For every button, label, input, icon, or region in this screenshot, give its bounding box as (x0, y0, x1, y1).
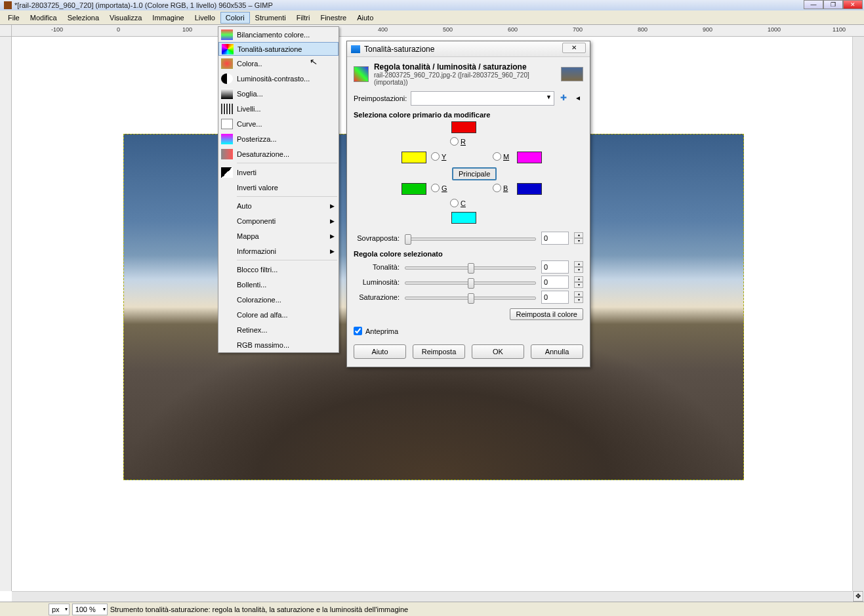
dialog-header: Regola tonalità / luminosità / saturazio… (354, 62, 583, 86)
menu-brightness-contrast[interactable]: Luminosità-contrasto... (218, 71, 339, 86)
overlap-slider[interactable] (405, 233, 536, 243)
menu-info[interactable]: Informazioni▶ (218, 243, 339, 258)
menu-retinex[interactable]: Retinex... (218, 322, 339, 337)
menu-invert-value[interactable]: Inverti valore (218, 180, 339, 195)
swatch-magenta[interactable] (517, 152, 542, 163)
menu-colors[interactable]: Colori (220, 12, 250, 24)
spindown-icon[interactable]: ▾ (574, 297, 583, 303)
menu-select[interactable]: Seleziona (62, 12, 104, 24)
menu-posterize[interactable]: Posterizza... (218, 131, 339, 146)
menu-auto[interactable]: Auto▶ (218, 198, 339, 213)
hue-slider[interactable] (405, 262, 536, 272)
radio-c[interactable]: C (450, 199, 466, 207)
dialog-titlebar[interactable]: Tonalità-saturazione ✕ (347, 41, 590, 57)
menu-curves[interactable]: Curve... (218, 116, 339, 131)
radio-r[interactable]: R (450, 137, 466, 146)
swatch-green[interactable] (401, 183, 426, 195)
menu-levels[interactable]: Livelli... (218, 101, 339, 116)
swatch-red[interactable] (451, 121, 476, 133)
menu-hot[interactable]: Bollenti... (218, 277, 339, 292)
ruler-horizontal: -100 0 100 200 300 400 500 600 700 800 9… (0, 25, 864, 37)
minimize-button[interactable]: — (804, 0, 823, 9)
desaturate-icon (221, 149, 233, 159)
menu-help[interactable]: Aiuto (352, 12, 379, 24)
menu-filters[interactable]: Filtri (291, 12, 316, 24)
menu-color-to-alpha[interactable]: Colore ad alfa... (218, 307, 339, 322)
main-button[interactable]: Principale (452, 167, 497, 180)
scrollbar-vertical[interactable] (852, 37, 864, 591)
menu-colorize[interactable]: Colora.. (218, 56, 339, 71)
spindown-icon[interactable]: ▾ (574, 238, 583, 244)
spindown-icon[interactable]: ▾ (574, 282, 583, 288)
submenu-arrow-icon: ▶ (330, 233, 335, 239)
menu-hue-saturation[interactable]: Tonalità-saturazione (218, 42, 339, 56)
blank-icon (221, 340, 233, 350)
reset-color-button[interactable]: Reimposta il colore (510, 308, 583, 320)
menu-map[interactable]: Mappa▶ (218, 228, 339, 243)
hue-sat-icon (222, 44, 234, 54)
menu-coloration[interactable]: Colorazione... (218, 292, 339, 307)
hue-value[interactable]: 0 (541, 260, 569, 274)
dialog-header-subtitle: rail-2803725_960_720.jpg-2 ([rail-280372… (374, 72, 556, 86)
menu-rgb-max[interactable]: RGB massimo... (218, 337, 339, 352)
swatch-cyan[interactable] (451, 212, 476, 224)
cancel-button[interactable]: Annulla (531, 344, 583, 359)
menu-filter-block[interactable]: Blocco filtri... (218, 262, 339, 277)
spinup-icon[interactable]: ▴ (574, 291, 583, 297)
saturation-slider[interactable] (405, 292, 536, 302)
saturation-value[interactable]: 0 (541, 291, 569, 304)
blank-icon (221, 246, 233, 257)
ok-button[interactable]: OK (472, 344, 524, 359)
dialog-close-button[interactable]: ✕ (562, 43, 586, 53)
nav-preview-icon[interactable]: ✥ (853, 591, 863, 602)
spinup-icon[interactable]: ▴ (574, 276, 583, 282)
radio-b[interactable]: B (493, 184, 508, 192)
dialog-header-title: Regola tonalità / luminosità / saturazio… (374, 62, 556, 72)
close-button[interactable]: ✕ (843, 0, 863, 9)
menu-image[interactable]: Immagine (147, 12, 189, 24)
status-unit-select[interactable]: px (49, 604, 70, 615)
swatch-blue[interactable] (517, 183, 542, 195)
preview-checkbox[interactable] (354, 327, 362, 335)
status-zoom-select[interactable]: 100 % (72, 604, 108, 615)
radio-m[interactable]: M (493, 152, 509, 161)
spindown-icon[interactable]: ▾ (574, 267, 583, 273)
help-button[interactable]: Aiuto (354, 344, 406, 359)
submenu-arrow-icon: ▶ (330, 218, 335, 224)
menu-windows[interactable]: Finestre (315, 12, 352, 24)
app-icon (4, 1, 12, 9)
submenu-arrow-icon: ▶ (330, 248, 335, 255)
primary-color-grid: R Y M Principale G B C (354, 121, 583, 230)
ruler-corner (0, 25, 12, 37)
menu-view[interactable]: Visualizza (104, 12, 147, 24)
spinup-icon[interactable]: ▴ (574, 261, 583, 267)
menu-color-balance[interactable]: Bilanciamento colore... (218, 27, 339, 42)
reset-button[interactable]: Reimposta (413, 344, 465, 359)
submenu-arrow-icon: ▶ (330, 203, 335, 209)
levels-icon (221, 104, 233, 114)
lightness-slider[interactable] (405, 277, 536, 287)
blank-icon (221, 279, 233, 290)
lightness-value[interactable]: 0 (541, 276, 569, 289)
presets-select[interactable]: ▼ (411, 91, 554, 106)
lightness-label: Luminosità: (354, 278, 400, 286)
overlap-value[interactable]: 0 (541, 232, 569, 245)
maximize-button[interactable]: ❐ (823, 0, 843, 9)
menu-desaturate[interactable]: Desaturazione... (218, 146, 339, 161)
swatch-yellow[interactable] (401, 152, 426, 163)
menu-invert[interactable]: Inverti (218, 165, 339, 180)
menu-tools[interactable]: Strumenti (250, 12, 291, 24)
menu-file[interactable]: File (3, 12, 25, 24)
preset-menu-button[interactable]: ◂ (573, 93, 583, 104)
menu-edit[interactable]: Modifica (25, 12, 62, 24)
menu-threshold[interactable]: Soglia... (218, 86, 339, 101)
menu-components[interactable]: Componenti▶ (218, 213, 339, 228)
add-preset-button[interactable]: ✚ (558, 93, 569, 104)
radio-y[interactable]: Y (431, 152, 446, 161)
scrollbar-horizontal[interactable] (12, 591, 852, 602)
radio-g[interactable]: G (431, 184, 447, 192)
ruler-vertical (0, 37, 12, 591)
window-titlebar: *[rail-2803725_960_720] (importata)-1.0 … (0, 0, 864, 10)
menu-layer[interactable]: Livello (190, 12, 220, 24)
spinup-icon[interactable]: ▴ (574, 232, 583, 238)
